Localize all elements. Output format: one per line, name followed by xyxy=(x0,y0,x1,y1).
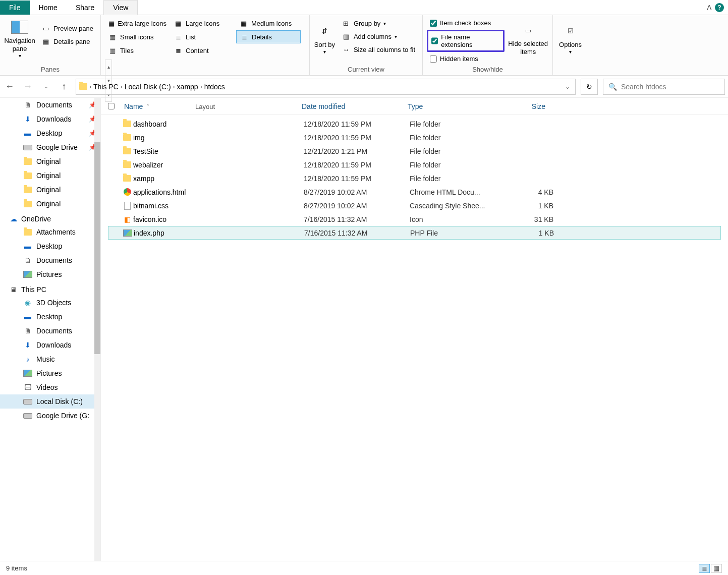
thumbnails-view-button[interactable]: ▦ xyxy=(711,564,722,573)
sidebar-item[interactable]: Local Disk (C:) xyxy=(0,394,100,409)
collapse-ribbon-icon[interactable]: ᐱ xyxy=(707,4,712,12)
sidebar-item[interactable]: Original xyxy=(0,154,100,168)
column-header-type[interactable]: Type xyxy=(405,98,493,114)
item-checkboxes-checkbox[interactable]: Item check boxes xyxy=(427,17,505,29)
layout-small[interactable]: ▦Small icons xyxy=(105,30,170,43)
breadcrumb-segment[interactable]: htdocs xyxy=(204,83,225,91)
file-row[interactable]: bitnami.css8/27/2019 10:02 AMCascading S… xyxy=(108,199,721,212)
file-icon xyxy=(121,121,133,127)
layout-large[interactable]: ▦Large icons xyxy=(171,17,235,29)
tab-share[interactable]: Share xyxy=(67,1,103,15)
sidebar-item-label: Pictures xyxy=(36,270,62,278)
sidebar-item-label: 3D Objects xyxy=(36,299,71,307)
sidebar-item-label: Local Disk (C:) xyxy=(36,397,83,406)
file-date: 12/18/2020 11:59 PM xyxy=(304,134,410,142)
sidebar-item[interactable]: Original xyxy=(0,183,100,197)
file-row[interactable]: xampp12/18/2020 11:59 PMFile folder xyxy=(108,171,721,185)
breadcrumb-segment[interactable]: Local Disk (C:)› xyxy=(125,83,175,91)
column-header-name[interactable]: Name⌃ xyxy=(121,98,299,114)
sidebar-item-label: Documents xyxy=(36,256,72,264)
file-name: TestSite xyxy=(133,147,304,155)
scrollbar-thumb[interactable] xyxy=(94,142,100,354)
sidebar-item-icon: ⬇ xyxy=(23,340,32,350)
details-pane-button[interactable]: ▤ Details pane xyxy=(38,35,96,47)
search-box[interactable]: 🔍 xyxy=(603,79,725,95)
address-bar[interactable]: › This PC› Local Disk (C:)› xampp› htdoc… xyxy=(76,79,576,95)
sidebar-item[interactable]: ▬Desktop📌 xyxy=(0,126,100,140)
preview-pane-icon: ▭ xyxy=(41,24,50,33)
file-type: File folder xyxy=(410,175,498,183)
file-type: Icon xyxy=(410,215,498,223)
hidden-items-checkbox[interactable]: Hidden items xyxy=(427,53,505,65)
nav-up-button[interactable]: ↑ xyxy=(58,80,71,93)
sidebar-item[interactable]: Google Drive📌 xyxy=(0,140,100,154)
file-name-extensions-checkbox[interactable]: File name extensions xyxy=(427,30,505,52)
sidebar-item[interactable]: 🗎Documents xyxy=(0,324,100,338)
select-all-checkbox[interactable] xyxy=(108,103,115,109)
tab-home[interactable]: Home xyxy=(30,1,67,15)
sidebar-item[interactable]: ◉3D Objects xyxy=(0,296,100,310)
address-dropdown[interactable]: ⌄ xyxy=(563,83,572,90)
sidebar-item-icon xyxy=(23,270,32,279)
sidebar-item[interactable]: Google Drive (G: xyxy=(0,409,100,423)
file-name: dashboard xyxy=(133,120,304,128)
sidebar-item[interactable]: Attachments xyxy=(0,225,100,239)
navigation-sidebar: 🗎Documents📌⬇Downloads📌▬Desktop📌Google Dr… xyxy=(0,98,101,561)
tab-file[interactable]: File xyxy=(0,1,30,15)
file-type: Chrome HTML Docu... xyxy=(410,188,498,196)
layout-medium[interactable]: ▦Medium icons xyxy=(236,17,301,29)
preview-pane-button[interactable]: ▭ Preview pane xyxy=(38,22,96,34)
hide-selected-button[interactable]: ▭ Hide selected items xyxy=(508,17,548,62)
layout-extra-large[interactable]: ▦Extra large icons xyxy=(105,17,170,29)
sidebar-item[interactable]: Pictures xyxy=(0,366,100,380)
file-type: File folder xyxy=(410,161,498,169)
sidebar-thispc[interactable]: 🖥This PC xyxy=(0,281,100,296)
layout-details[interactable]: ≣Details xyxy=(236,30,301,43)
search-input[interactable] xyxy=(621,83,719,91)
details-view-button[interactable]: ≣ xyxy=(699,564,710,573)
sidebar-item[interactable]: Original xyxy=(0,168,100,183)
sort-by-button[interactable]: ⇵ Sort by▾ xyxy=(314,17,335,62)
column-header-date[interactable]: Date modified xyxy=(299,98,405,114)
layout-content[interactable]: ≣Content xyxy=(171,44,235,56)
file-row[interactable]: applications.html8/27/2019 10:02 AMChrom… xyxy=(108,185,721,199)
options-icon: ☑ xyxy=(561,24,580,39)
file-row[interactable]: webalizer12/18/2020 11:59 PMFile folder xyxy=(108,158,721,171)
file-row[interactable]: index.php7/16/2015 11:32 AMPHP File1 KB xyxy=(108,226,721,240)
column-header-size[interactable]: Size xyxy=(493,98,548,114)
nav-forward-button[interactable]: → xyxy=(21,80,34,93)
sidebar-item[interactable]: ♪Music xyxy=(0,352,100,366)
current-view-group-label: Current view xyxy=(314,65,418,74)
sidebar-item[interactable]: ▬Desktop xyxy=(0,239,100,253)
file-row[interactable]: img12/18/2020 11:59 PMFile folder xyxy=(108,131,721,144)
layout-list[interactable]: ≣List xyxy=(171,30,235,43)
sidebar-item-label: Original xyxy=(36,186,61,194)
nav-back-button[interactable]: ← xyxy=(3,80,16,93)
sidebar-onedrive[interactable]: ☁OneDrive xyxy=(0,211,100,225)
breadcrumb-segment[interactable]: This PC› xyxy=(93,83,123,91)
file-size: 31 KB xyxy=(498,215,553,223)
sidebar-item[interactable]: Original xyxy=(0,197,100,211)
sidebar-item[interactable]: ⬇Downloads📌 xyxy=(0,112,100,126)
sidebar-item-label: Downloads xyxy=(36,115,71,123)
size-all-columns-button[interactable]: ↔Size all columns to fit xyxy=(339,43,418,55)
file-row[interactable]: TestSite12/21/2020 1:21 PMFile folder xyxy=(108,144,721,158)
sidebar-item[interactable]: 🎞Videos xyxy=(0,380,100,394)
layout-tiles[interactable]: ▥Tiles xyxy=(105,44,170,56)
group-by-button[interactable]: ⊞Group by ▾ xyxy=(339,17,418,29)
help-icon[interactable]: ? xyxy=(715,3,724,12)
sidebar-item[interactable]: ▬Desktop xyxy=(0,310,100,324)
sidebar-item[interactable]: 🗎Documents xyxy=(0,253,100,267)
tab-view[interactable]: View xyxy=(103,0,138,15)
options-button[interactable]: ☑ Options▾ xyxy=(557,17,584,62)
navigation-pane-button[interactable]: Navigation pane▾ xyxy=(4,17,35,62)
sidebar-item[interactable]: Pictures xyxy=(0,267,100,281)
file-row[interactable]: ◧favicon.ico7/16/2015 11:32 AMIcon31 KB xyxy=(108,212,721,226)
file-row[interactable]: dashboard12/18/2020 11:59 PMFile folder xyxy=(108,117,721,131)
refresh-button[interactable]: ↻ xyxy=(581,79,598,95)
sidebar-item[interactable]: ⬇Downloads xyxy=(0,338,100,352)
nav-recent-dropdown[interactable]: ⌄ xyxy=(39,80,52,93)
sidebar-item[interactable]: 🗎Documents📌 xyxy=(0,98,100,112)
add-columns-button[interactable]: ▥Add columns ▾ xyxy=(339,30,418,42)
breadcrumb-segment[interactable]: xampp› xyxy=(177,83,202,91)
